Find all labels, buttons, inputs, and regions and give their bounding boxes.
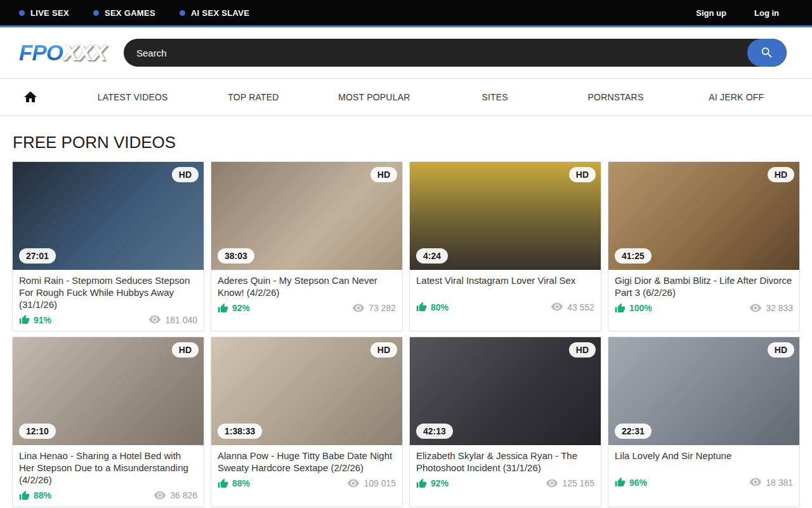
topbar-link-sex-games[interactable]: SEX GAMES — [93, 8, 155, 18]
search-input[interactable] — [124, 48, 747, 58]
view-count: 43 552 — [551, 302, 594, 312]
nav-item-top-rated[interactable]: TOP RATED — [193, 92, 313, 102]
logo-text-fpo: FPO — [19, 40, 63, 65]
video-title[interactable]: Latest Viral Instagram Lover Viral Sex — [416, 275, 594, 287]
topbar-link-label: LIVE SEX — [30, 8, 69, 18]
view-count: 181 040 — [148, 315, 197, 325]
video-thumbnail[interactable]: HD 38:03 — [211, 162, 402, 270]
thumbs-up-icon — [416, 302, 427, 312]
eye-icon — [749, 304, 762, 313]
eye-icon — [551, 302, 563, 312]
video-meta: 80% 43 552 — [416, 302, 594, 312]
hd-badge: HD — [768, 342, 794, 358]
view-number: 36 826 — [170, 490, 197, 500]
topbar-links: LIVE SEX SEX GAMES AI SEX SLAVE — [19, 8, 249, 18]
video-thumbnail[interactable]: HD 12:10 — [13, 337, 204, 445]
site-header: FPOXXX — [0, 27, 812, 78]
video-meta: 88% 36 826 — [19, 490, 197, 501]
nav-item-sites[interactable]: SITES — [435, 92, 555, 102]
nav-item-ai-jerk-off[interactable]: AI JERK OFF — [676, 92, 797, 102]
search-button[interactable] — [747, 39, 787, 67]
video-card: HD 42:13 Elizabeth Skylar & Jessica Ryan… — [409, 337, 601, 507]
view-number: 109 015 — [363, 478, 396, 488]
topbar-link-live-sex[interactable]: LIVE SEX — [19, 8, 69, 18]
video-meta: 92% 73 282 — [218, 303, 396, 314]
video-info: Romi Rain - Stepmom Seduces Stepson For … — [13, 270, 204, 331]
like-rating: 92% — [218, 303, 250, 314]
view-number: 181 040 — [165, 315, 197, 325]
video-info: Alanna Pow - Huge Titty Babe Date Night … — [211, 445, 402, 495]
view-number: 73 282 — [369, 303, 396, 313]
like-rating: 88% — [218, 478, 250, 489]
video-title[interactable]: Elizabeth Skylar & Jessica Ryan - The Ph… — [416, 450, 594, 474]
video-title[interactable]: Alanna Pow - Huge Titty Babe Date Night … — [218, 450, 396, 474]
home-icon — [23, 90, 38, 105]
video-title[interactable]: Lina Henao - Sharing a Hotel Bed with He… — [19, 450, 197, 486]
site-logo[interactable]: FPOXXX — [19, 40, 106, 65]
login-link[interactable]: Log in — [754, 8, 779, 18]
video-title[interactable]: Lila Lovely And Sir Neptune — [615, 450, 793, 462]
like-percent: 100% — [629, 303, 652, 313]
video-thumbnail[interactable]: HD 1:38:33 — [211, 337, 402, 445]
main-nav: LATEST VIDEOS TOP RATED MOST POPULAR SIT… — [0, 78, 812, 116]
bullet-dot-icon — [93, 10, 99, 16]
view-number: 43 552 — [567, 302, 594, 312]
video-meta: 96% 18 381 — [615, 477, 793, 488]
video-card: HD 12:10 Lina Henao - Sharing a Hotel Be… — [12, 337, 204, 507]
hd-badge: HD — [768, 167, 794, 182]
duration-badge: 38:03 — [218, 248, 254, 264]
video-meta: 88% 109 015 — [218, 478, 396, 489]
view-count: 125 165 — [546, 478, 594, 488]
video-thumbnail[interactable]: HD 22:31 — [608, 337, 799, 445]
view-count: 36 826 — [154, 490, 197, 500]
video-title[interactable]: Gigi Dior & Bambi Blitz - Life After Div… — [615, 275, 793, 299]
nav-home[interactable] — [15, 90, 72, 105]
eye-icon — [546, 479, 558, 488]
eye-icon — [347, 479, 360, 488]
video-title[interactable]: Romi Rain - Stepmom Seduces Stepson For … — [19, 275, 197, 311]
video-meta: 92% 125 165 — [416, 478, 594, 489]
topbar-link-ai-sex-slave[interactable]: AI SEX SLAVE — [180, 8, 249, 18]
like-percent: 92% — [232, 303, 250, 313]
video-thumbnail[interactable]: HD 41:25 — [608, 162, 799, 270]
hd-badge: HD — [172, 342, 199, 358]
duration-badge: 1:38:33 — [218, 424, 262, 439]
video-card: HD 22:31 Lila Lovely And Sir Neptune 96%… — [608, 337, 800, 507]
search-bar — [124, 39, 787, 67]
bullet-dot-icon — [19, 10, 25, 16]
thumbs-up-icon — [19, 314, 30, 325]
video-thumbnail[interactable]: HD 4:24 — [410, 162, 601, 270]
video-thumbnail[interactable]: HD 27:01 — [13, 162, 204, 270]
video-info: Aderes Quin - My Stepson Can Never Know!… — [211, 270, 402, 319]
video-card: HD 4:24 Latest Viral Instagram Lover Vir… — [409, 161, 601, 331]
page-title: FREE PORN VIDEOS — [13, 133, 812, 152]
hd-badge: HD — [370, 167, 397, 182]
video-card: HD 27:01 Romi Rain - Stepmom Seduces Ste… — [12, 161, 204, 331]
video-meta: 100% 32 833 — [615, 303, 793, 314]
thumbs-up-icon — [615, 303, 625, 314]
search-icon — [760, 46, 774, 60]
like-percent: 92% — [431, 478, 449, 488]
like-rating: 88% — [19, 490, 51, 501]
video-thumbnail[interactable]: HD 42:13 — [410, 337, 601, 445]
logo-text-xxx: XXX — [63, 40, 106, 65]
nav-item-pornstars[interactable]: PORNSTARS — [555, 92, 676, 102]
like-rating: 91% — [19, 314, 51, 325]
hd-badge: HD — [569, 167, 596, 182]
video-title[interactable]: Aderes Quin - My Stepson Can Never Know!… — [218, 275, 396, 299]
topbar-link-label: AI SEX SLAVE — [191, 8, 249, 18]
thumbs-up-icon — [19, 490, 30, 501]
eye-icon — [148, 315, 161, 324]
hd-badge: HD — [172, 167, 199, 182]
eye-icon — [749, 478, 762, 487]
video-info: Elizabeth Skylar & Jessica Ryan - The Ph… — [410, 445, 601, 495]
video-card: HD 38:03 Aderes Quin - My Stepson Can Ne… — [211, 161, 403, 331]
nav-item-latest-videos[interactable]: LATEST VIDEOS — [72, 92, 193, 102]
signup-link[interactable]: Sign up — [696, 8, 726, 18]
hd-badge: HD — [370, 342, 397, 358]
nav-item-most-popular[interactable]: MOST POPULAR — [314, 92, 435, 102]
duration-badge: 22:31 — [615, 424, 652, 439]
like-rating: 100% — [615, 303, 652, 314]
video-info: Lina Henao - Sharing a Hotel Bed with He… — [13, 445, 204, 506]
duration-badge: 27:01 — [19, 248, 56, 264]
